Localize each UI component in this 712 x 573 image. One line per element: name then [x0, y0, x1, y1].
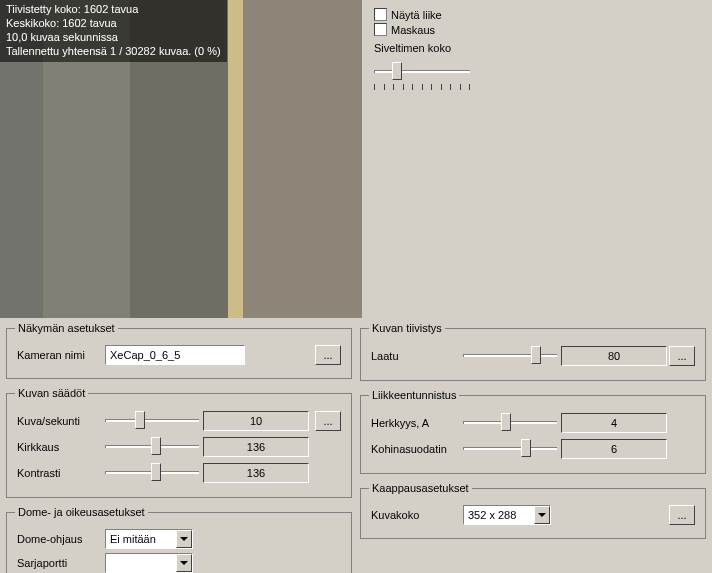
camera-preview: Tiivistetty koko: 1602 tavua Keskikoko: …	[0, 0, 362, 318]
brightness-label: Kirkkaus	[17, 441, 105, 453]
camera-name-input[interactable]	[105, 345, 245, 365]
serial-port-select[interactable]	[105, 553, 193, 573]
quality-slider[interactable]	[463, 344, 557, 368]
brightness-slider[interactable]	[105, 435, 199, 459]
capture-settings-group: Kaappausasetukset Kuvakoko 352 x 288 ...	[360, 482, 706, 539]
quality-label: Laatu	[371, 350, 463, 362]
contrast-value: 136	[203, 463, 309, 483]
image-size-value: 352 x 288	[468, 509, 516, 521]
dome-control-value: Ei mitään	[110, 533, 156, 545]
brush-size-slider[interactable]	[374, 60, 470, 100]
chevron-down-icon	[176, 554, 192, 572]
image-size-select[interactable]: 352 x 288	[463, 505, 551, 525]
camera-name-more-button[interactable]: ...	[315, 345, 341, 365]
masking-label: Maskaus	[391, 24, 435, 36]
noise-filter-label: Kohinasuodatin	[371, 443, 463, 455]
sensitivity-value: 4	[561, 413, 667, 433]
show-motion-checkbox[interactable]	[374, 8, 387, 21]
masking-checkbox[interactable]	[374, 23, 387, 36]
overlay-fps: 10,0 kuvaa sekunnissa	[6, 30, 221, 44]
quality-value: 80	[561, 346, 667, 366]
chevron-down-icon	[176, 530, 192, 548]
capture-more-button[interactable]: ...	[669, 505, 695, 525]
camera-name-label: Kameran nimi	[17, 349, 105, 361]
brush-size-label: Siveltimen koko	[374, 42, 470, 54]
view-settings-group: Näkymän asetukset Kameran nimi ...	[6, 322, 352, 379]
preview-overlay: Tiivistetty koko: 1602 tavua Keskikoko: …	[0, 0, 227, 62]
motion-legend: Liikkeentunnistus	[369, 389, 459, 401]
sensitivity-label: Herkkyys, A	[371, 417, 463, 429]
contrast-slider[interactable]	[105, 461, 199, 485]
dome-settings-group: Dome- ja oikeusasetukset Dome-ohjaus Ei …	[6, 506, 352, 573]
image-adjust-legend: Kuvan säädöt	[15, 387, 88, 399]
sensitivity-slider[interactable]	[463, 411, 557, 435]
view-settings-legend: Näkymän asetukset	[15, 322, 118, 334]
compression-group: Kuvan tiivistys Laatu 80 ...	[360, 322, 706, 381]
serial-port-label: Sarjaportti	[17, 557, 105, 569]
brightness-value: 136	[203, 437, 309, 457]
top-panel: Näytä liike Maskaus Siveltimen koko	[362, 0, 482, 318]
fps-value: 10	[203, 411, 309, 431]
fps-label: Kuva/sekunti	[17, 415, 105, 427]
fps-more-button[interactable]: ...	[315, 411, 341, 431]
overlay-avg-size: Keskikoko: 1602 tavua	[6, 16, 221, 30]
capture-legend: Kaappausasetukset	[369, 482, 472, 494]
dome-control-select[interactable]: Ei mitään	[105, 529, 193, 549]
show-motion-label: Näytä liike	[391, 9, 442, 21]
quality-more-button[interactable]: ...	[669, 346, 695, 366]
compression-legend: Kuvan tiivistys	[369, 322, 445, 334]
noise-filter-slider[interactable]	[463, 437, 557, 461]
chevron-down-icon	[534, 506, 550, 524]
image-adjust-group: Kuvan säädöt Kuva/sekunti 10 ... Kirkkau…	[6, 387, 352, 498]
overlay-compressed-size: Tiivistetty koko: 1602 tavua	[6, 2, 221, 16]
overlay-recorded: Tallennettu yhteensä 1 / 30282 kuvaa. (0…	[6, 44, 221, 58]
fps-slider[interactable]	[105, 409, 199, 433]
dome-control-label: Dome-ohjaus	[17, 533, 105, 545]
motion-detection-group: Liikkeentunnistus Herkkyys, A 4 Kohinasu…	[360, 389, 706, 474]
image-size-label: Kuvakoko	[371, 509, 463, 521]
noise-filter-value: 6	[561, 439, 667, 459]
dome-settings-legend: Dome- ja oikeusasetukset	[15, 506, 148, 518]
contrast-label: Kontrasti	[17, 467, 105, 479]
